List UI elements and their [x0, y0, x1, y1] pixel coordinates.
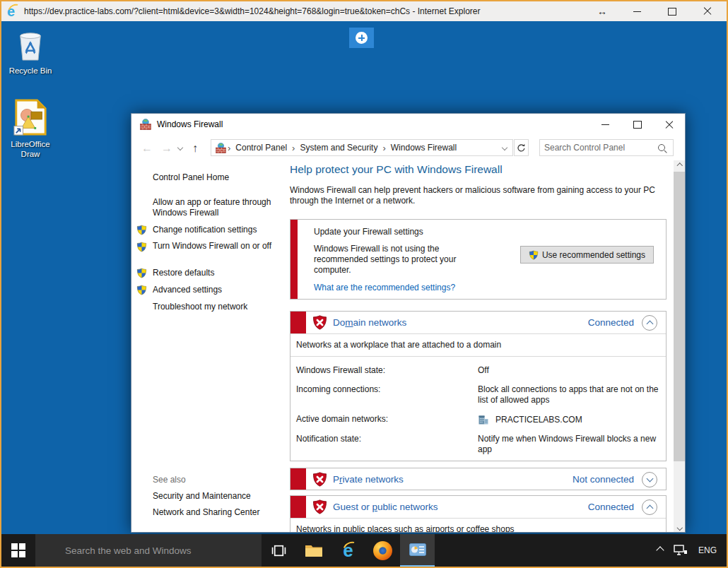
active-network-name: PRACTICELABS.COM: [495, 415, 582, 425]
window-maximize-button[interactable]: [621, 114, 653, 136]
connection-status: Connected: [588, 502, 634, 512]
maximize-icon: [633, 121, 642, 129]
domain-network-building-icon: [478, 414, 489, 425]
red-status-block: [290, 468, 306, 490]
chevron-down-icon: [646, 475, 653, 482]
detail-value: Off: [478, 365, 660, 376]
breadcrumb-system-and-security[interactable]: System and Security: [296, 143, 381, 153]
connection-status: Connected: [588, 317, 634, 328]
browser-maximize-button[interactable]: [654, 1, 690, 21]
address-dropdown-icon[interactable]: [502, 145, 507, 150]
use-recommended-settings-button[interactable]: Use recommended settings: [520, 246, 654, 264]
red-status-block: [290, 496, 306, 518]
network-tray-button[interactable]: [674, 545, 688, 556]
language-indicator[interactable]: ENG: [698, 545, 717, 555]
search-input[interactable]: [540, 143, 658, 153]
forward-button[interactable]: →: [161, 136, 172, 160]
detail-label: Incoming connections:: [296, 384, 478, 406]
taskbar-search-input[interactable]: [35, 545, 262, 557]
minimize-icon: [633, 11, 641, 12]
detail-value: Block all connections to apps that are n…: [478, 384, 660, 406]
navigation-bar: ← → ↑ › Control Panel › System and Secur…: [131, 136, 685, 160]
browser-close-button[interactable]: [690, 1, 725, 21]
window-close-button[interactable]: [653, 114, 685, 136]
recommended-settings-link[interactable]: What are the recommended settings?: [314, 283, 455, 292]
page-title: Help protect your PC with Windows Firewa…: [290, 163, 503, 176]
window-minimize-button[interactable]: [589, 114, 621, 136]
sidebar-item-restore-defaults[interactable]: Restore defaults: [153, 268, 274, 278]
task-view-button[interactable]: [262, 534, 296, 567]
section-title: Private networks: [333, 474, 404, 485]
sidebar-item-advanced-settings[interactable]: Advanced settings: [153, 285, 274, 295]
desktop-icon-libreoffice-draw[interactable]: LibreOffice Draw: [3, 97, 58, 159]
warning-title: Update your Firewall settings: [314, 227, 423, 237]
breadcrumb-control-panel[interactable]: Control Panel: [232, 143, 290, 153]
desktop-icon-recycle-bin[interactable]: Recycle Bin: [3, 28, 58, 76]
chevron-up-icon: [677, 163, 683, 169]
desktop-icon-label: Recycle Bin: [9, 66, 52, 75]
chevron-up-icon: [646, 504, 653, 511]
browser-minimize-button[interactable]: [619, 1, 654, 21]
screen: e https://dev.practice-labs.com/?client=…: [0, 0, 728, 568]
control-panel-search: [539, 139, 674, 156]
collapse-section-button[interactable]: [642, 315, 657, 331]
up-button[interactable]: ↑: [192, 136, 198, 160]
scroll-up-button[interactable]: [674, 160, 686, 172]
plus-circle-icon: [356, 32, 368, 44]
recent-pages-dropdown-icon[interactable]: [177, 145, 183, 150]
back-button[interactable]: ←: [141, 136, 153, 160]
start-button[interactable]: [1, 534, 35, 567]
guest-public-networks-section: Guest or public networks Connected Netwo…: [290, 495, 667, 533]
libreoffice-draw-icon: [13, 97, 48, 137]
windows-logo-icon: [11, 543, 25, 557]
section-description: Networks in public places such as airpor…: [290, 518, 666, 533]
chevron-up-icon: [656, 546, 664, 554]
address-bar[interactable]: › Control Panel › System and Security › …: [211, 139, 513, 156]
taskbar-search[interactable]: [35, 534, 262, 567]
window-titlebar: Windows Firewall: [131, 114, 685, 136]
guest-public-networks-header[interactable]: Guest or public networks Connected: [290, 496, 666, 518]
browser-titlebar: e https://dev.practice-labs.com/?client=…: [1, 1, 727, 21]
firefox-button[interactable]: [365, 534, 400, 567]
domain-networks-header[interactable]: Domain networks Connected: [290, 312, 666, 333]
see-also-heading: See also: [153, 475, 186, 485]
detail-value-network: PRACTICELABS.COM: [478, 414, 660, 425]
breadcrumb-separator-icon: ›: [290, 143, 296, 153]
chevron-down-icon: [677, 525, 683, 531]
uac-shield-icon: [529, 250, 539, 260]
collapse-section-button[interactable]: [642, 499, 657, 515]
control-panel-window-button[interactable]: [400, 534, 435, 567]
internet-explorer-button[interactable]: e: [331, 534, 365, 567]
search-icon: [658, 144, 665, 151]
uac-shield-icon: [136, 225, 147, 235]
file-explorer-button[interactable]: [296, 534, 331, 567]
refresh-button[interactable]: [514, 139, 529, 156]
scroll-down-button[interactable]: [674, 522, 686, 533]
detail-label: Notification state:: [296, 434, 478, 455]
vertical-scrollbar[interactable]: [674, 160, 686, 533]
private-networks-header[interactable]: Private networks Not connected: [290, 468, 666, 490]
maximize-icon: [668, 8, 676, 16]
task-view-icon: [271, 545, 286, 557]
scrollbar-thumb[interactable]: [674, 172, 686, 461]
sidebar-item-allow-app[interactable]: Allow an app or feature through Windows …: [153, 197, 274, 218]
sidebar-item-security-and-maintenance[interactable]: Security and Maintenance: [153, 491, 274, 502]
network-icon: [674, 545, 688, 556]
show-hidden-icons-button[interactable]: [657, 548, 663, 553]
desktop: Recycle Bin LibreOffice Draw Windows F: [1, 21, 727, 536]
expand-section-button[interactable]: [642, 472, 657, 487]
button-label: Use recommended settings: [542, 250, 645, 260]
intro-text: Windows Firewall can help prevent hacker…: [290, 185, 679, 206]
sidebar-item-turn-firewall-on-off[interactable]: Turn Windows Firewall on or off: [153, 241, 274, 252]
sidebar-item-troubleshoot-network[interactable]: Troubleshoot my network: [153, 302, 274, 312]
uac-shield-icon: [136, 285, 147, 295]
breadcrumb-windows-firewall[interactable]: Windows Firewall: [387, 143, 460, 153]
expand-toolbar-button[interactable]: [349, 28, 374, 48]
sidebar-item-control-panel-home[interactable]: Control Panel Home: [153, 172, 274, 183]
firewall-brick-globe-icon: [140, 119, 151, 130]
taskbar: e ENG: [1, 534, 727, 567]
detail-label: Active domain networks:: [296, 414, 478, 425]
sidebar-item-network-sharing-center[interactable]: Network and Sharing Center: [153, 507, 274, 518]
resize-horizontal-icon: ↔: [594, 1, 611, 21]
sidebar-item-change-notification-settings[interactable]: Change notification settings: [153, 225, 274, 235]
